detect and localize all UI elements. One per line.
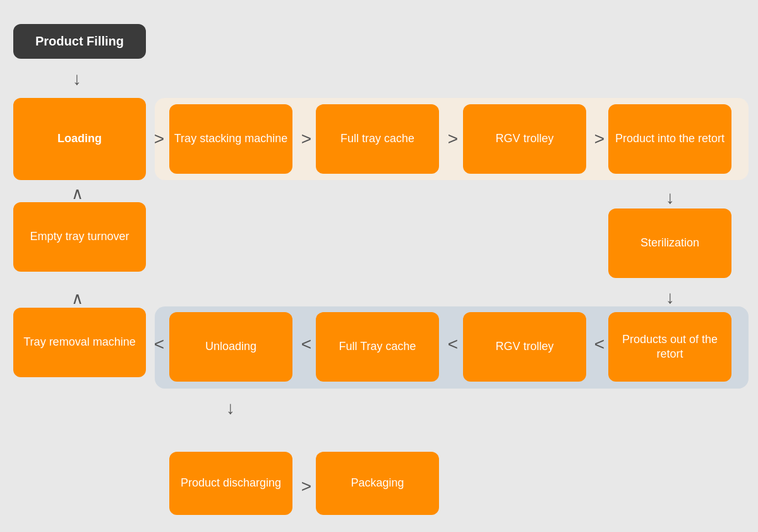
packaging-box: Packaging	[316, 452, 439, 515]
arrow-tray-to-cache: >	[297, 126, 316, 152]
arrow-filling-to-loading: ↓	[68, 63, 87, 95]
tray-stacking-box: Tray stacking machine	[169, 104, 292, 174]
arrow-unloading-to-cache-bottom: <	[297, 332, 316, 357]
full-tray-cache-top-box: Full tray cache	[316, 104, 439, 174]
unloading-box: Unloading	[169, 312, 292, 382]
arrow-discharging-to-packaging: >	[297, 474, 316, 499]
product-filling-box: Loading Product Filling	[13, 24, 146, 59]
arrow-sterilization-to-retort-out: ↓	[661, 283, 680, 311]
empty-tray-turnover-box: Empty tray turnover	[13, 202, 146, 272]
product-discharging-box: Product discharging	[169, 452, 292, 515]
sterilization-box: Sterilization	[608, 209, 731, 278]
rgv-trolley-top-box: RGV trolley	[463, 104, 586, 174]
diagram: Loading Product Filling ↓ Loading > Tray…	[0, 0, 758, 532]
loading-box: Loading	[13, 98, 146, 180]
arrow-bottom-to-discharging: ↓	[221, 390, 240, 425]
arrow-removal-to-unloading: <	[150, 332, 169, 357]
full-tray-cache-bottom-box: Full Tray cache	[316, 312, 439, 382]
arrow-loading-to-tray: >	[150, 126, 169, 152]
rgv-trolley-bottom-box: RGV trolley	[463, 312, 586, 382]
arrow-rgv-bottom-to-retort-out: <	[590, 332, 609, 357]
arrow-cache-bottom-to-rgv-bottom: <	[443, 332, 462, 357]
arrow-empty-tray-to-removal: ∧	[68, 286, 87, 311]
tray-removal-box: Tray removal machine	[13, 308, 146, 377]
product-filling-label: Product Filling	[35, 34, 124, 49]
products-out-retort-box: Products out of the retort	[608, 312, 731, 382]
arrow-rgv-to-retort-in: >	[590, 126, 609, 152]
arrow-cache-to-rgv-top: >	[443, 126, 462, 152]
product-into-retort-box: Product into the retort	[608, 104, 731, 174]
